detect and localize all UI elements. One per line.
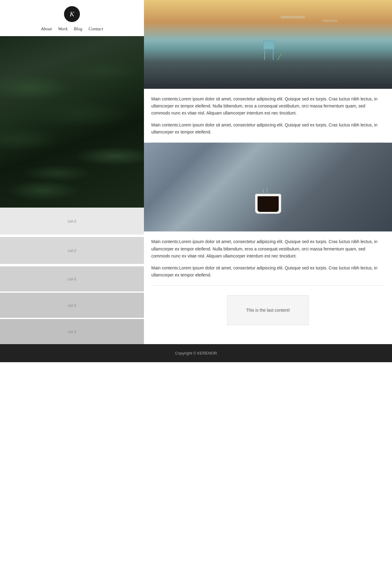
col-3-box-2: col-3 [0,293,144,318]
nav-work[interactable]: Work [58,26,67,32]
col-boxes: col-2 col-2 col-3 col-3 col-3 [0,208,144,344]
steam-2 [267,188,267,193]
nav-blog[interactable]: Blog [74,26,82,32]
fern-overlay [0,36,144,208]
cloud-1 [281,16,305,18]
beach-image [144,0,392,89]
col-2-box-2: col-2 [0,237,144,264]
steam-1 [263,189,263,193]
header: K About Work Blog Contact [0,0,144,36]
cloud-2 [322,20,338,22]
logo[interactable]: K [64,6,80,22]
col-2-box-1: col-2 [0,208,144,235]
lifeguard-tower [263,41,275,62]
cup-liquid [258,196,279,212]
tower-legs [264,49,265,60]
text-block-1: Main contents:Lorem ipsum dolor sit amet… [144,89,392,142]
col-3-box-1: col-3 [0,266,144,291]
right-col: Main contents:Lorem ipsum dolor sit amet… [144,0,392,344]
navigation: About Work Blog Contact [41,26,103,32]
hero-image [0,36,144,208]
last-content-area: This is the last content! [144,286,392,335]
last-content-box: This is the last content! [227,295,308,325]
cup-body [255,194,281,214]
tower-slide [277,53,282,60]
col-3-box-3: col-3 [0,319,144,344]
nav-contact[interactable]: Contact [89,26,103,32]
text-block-2: Main contents:Lorem ipsum dolor sit amet… [144,231,392,285]
nav-about[interactable]: About [41,26,52,32]
tower-platform [263,41,275,49]
coffee-cup-container [250,194,286,218]
footer: Copyright © KERENOR [0,344,392,362]
coffee-image [144,143,392,231]
